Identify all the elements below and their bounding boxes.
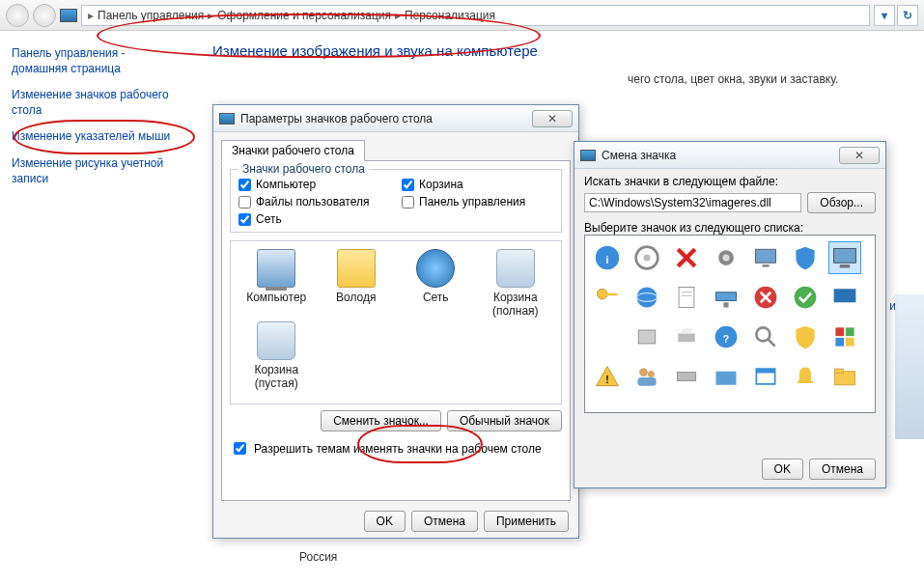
breadcrumb-item-personalization[interactable]: Персонализация — [405, 9, 495, 22]
cancel-button[interactable]: Отмена — [411, 511, 478, 532]
checkbox-user-files[interactable]: Файлы пользователя — [238, 195, 390, 209]
list-icon-network-drive[interactable] — [710, 281, 742, 314]
svg-line-28 — [769, 340, 775, 347]
list-icon-app[interactable] — [828, 320, 861, 353]
list-icon-globe[interactable] — [630, 281, 663, 314]
svg-text:!: ! — [605, 374, 609, 385]
svg-point-27 — [756, 327, 770, 341]
svg-rect-17 — [716, 292, 737, 301]
icon-list[interactable]: i ? ! — [584, 235, 876, 413]
list-icon-device[interactable] — [630, 320, 663, 353]
sidebar-link-account-picture[interactable]: Изменение рисунка учетной записи — [12, 156, 182, 186]
list-icon-printer[interactable] — [670, 320, 703, 353]
dialog-icon — [219, 113, 235, 125]
list-icon-shield-yellow[interactable] — [789, 320, 822, 353]
icon-item-network[interactable]: Сеть — [402, 249, 469, 318]
list-icon-drive[interactable] — [670, 360, 703, 393]
list-icon-error-x[interactable] — [749, 281, 782, 314]
svg-rect-29 — [835, 327, 844, 336]
breadcrumb-item-appearance[interactable]: Оформление и персонализация — [217, 9, 391, 22]
list-icon-window[interactable] — [749, 360, 782, 393]
list-icon-search[interactable] — [749, 320, 782, 353]
checkbox-computer-input[interactable] — [238, 179, 251, 191]
tab-body: Значки рабочего стола Компьютер Корзина … — [221, 160, 571, 501]
checkbox-recycle-input[interactable] — [402, 179, 414, 191]
close-button[interactable]: ✕ — [839, 147, 880, 164]
back-button[interactable] — [6, 4, 29, 27]
ok-button[interactable]: OK — [364, 511, 406, 532]
default-icon-button[interactable]: Обычный значок — [447, 410, 562, 431]
list-icon-warning[interactable]: ! — [591, 360, 624, 393]
icon-item-bin-empty[interactable]: Корзина (пустая) — [242, 321, 310, 390]
search-file-label: Искать значки в следующем файле: — [584, 175, 876, 188]
sidebar-link-desktop-icons[interactable]: Изменение значков рабочего стола — [12, 88, 182, 118]
forward-button[interactable] — [33, 4, 56, 27]
change-icon-button[interactable]: Сменить значок... — [321, 410, 441, 431]
svg-rect-31 — [835, 338, 844, 347]
list-icon-document[interactable] — [670, 281, 703, 314]
list-icon-info[interactable]: i — [591, 241, 624, 274]
dialog-titlebar[interactable]: Смена значка ✕ — [574, 142, 885, 169]
sidebar-link-mouse-pointers[interactable]: Изменение указателей мыши — [12, 129, 182, 145]
chevron-right-icon: ▸ — [88, 9, 94, 22]
list-icon-bell[interactable] — [789, 360, 822, 393]
breadcrumb[interactable]: ▸ Панель управления ▸ Оформление и персо… — [81, 5, 870, 26]
list-icon-users[interactable] — [630, 360, 663, 393]
list-icon-help[interactable]: ? — [710, 320, 742, 353]
checkbox-recycle-bin[interactable]: Корзина — [402, 178, 553, 191]
icon-file-path-input[interactable] — [584, 193, 801, 212]
svg-rect-23 — [678, 334, 695, 343]
icon-item-bin-full[interactable]: Корзина (полная) — [482, 249, 549, 318]
list-icon-shield[interactable] — [789, 241, 822, 274]
sidebar-home-link[interactable]: Панель управления - домашняя страница — [12, 46, 182, 76]
dialog-title-text: Параметры значков рабочего стола — [240, 112, 526, 125]
svg-rect-32 — [846, 338, 854, 347]
recycle-bin-full-icon — [496, 249, 535, 288]
checkbox-network-input[interactable] — [238, 213, 251, 226]
dialog-titlebar[interactable]: Параметры значков рабочего стола ✕ — [213, 105, 578, 132]
svg-rect-9 — [840, 264, 851, 268]
desktop-icons-group: Значки рабочего стола Компьютер Корзина … — [230, 169, 562, 233]
icon-item-user-folder[interactable]: Володя — [322, 249, 390, 318]
select-icon-label: Выберите значок из следующего списка: — [584, 221, 876, 235]
breadcrumb-item-control-panel[interactable]: Панель управления — [98, 9, 204, 22]
checkbox-computer[interactable]: Компьютер — [238, 178, 390, 191]
checkbox-allow-themes-input[interactable] — [234, 442, 246, 455]
list-icon-check[interactable] — [789, 281, 822, 314]
list-icon-computer-selected[interactable] — [828, 241, 861, 274]
tab-desktop-icons[interactable]: Значки рабочего стола — [221, 140, 365, 161]
icon-item-computer[interactable]: Компьютер — [242, 249, 310, 318]
svg-rect-21 — [834, 289, 856, 302]
list-icon-moon[interactable] — [591, 320, 624, 353]
svg-rect-6 — [756, 249, 776, 263]
checkbox-control-panel[interactable]: Панель управления — [402, 195, 553, 209]
svg-rect-8 — [834, 248, 856, 263]
close-button[interactable]: ✕ — [532, 110, 573, 127]
svg-point-34 — [639, 368, 648, 376]
checkbox-allow-themes[interactable]: Разрешить темам изменять значки на рабоч… — [230, 439, 562, 458]
list-icon-key[interactable] — [591, 281, 624, 314]
svg-rect-22 — [638, 330, 656, 344]
sidebar: Панель управления - домашняя страница Из… — [0, 31, 193, 584]
list-icon-disc[interactable] — [630, 241, 663, 274]
breadcrumb-dropdown[interactable]: ▾ — [874, 5, 895, 26]
list-icon-gear[interactable] — [710, 241, 742, 274]
refresh-button[interactable]: ↻ — [897, 5, 918, 26]
ok-button[interactable]: OK — [762, 459, 803, 480]
browse-button[interactable]: Обзор... — [807, 192, 876, 213]
list-icon-folder[interactable] — [828, 360, 861, 393]
desktop-icon-settings-dialog: Параметры значков рабочего стола ✕ Значк… — [212, 104, 579, 539]
list-icon-monitor-blue[interactable] — [828, 281, 861, 314]
recycle-bin-empty-icon — [257, 321, 295, 360]
apply-button[interactable]: Применить — [484, 511, 569, 532]
checkbox-network[interactable]: Сеть — [238, 212, 390, 226]
list-icon-monitor[interactable] — [749, 241, 782, 274]
cancel-button[interactable]: Отмена — [809, 459, 876, 480]
checkbox-userfiles-input[interactable] — [238, 196, 251, 209]
svg-rect-30 — [846, 327, 854, 336]
list-icon-folder-blue[interactable] — [710, 360, 742, 393]
icon-preview-grid: Компьютер Володя Сеть Корзина (полная) К… — [230, 240, 562, 404]
svg-rect-42 — [835, 369, 844, 373]
list-icon-delete-x[interactable] — [670, 241, 703, 274]
checkbox-cpanel-input[interactable] — [402, 196, 414, 209]
